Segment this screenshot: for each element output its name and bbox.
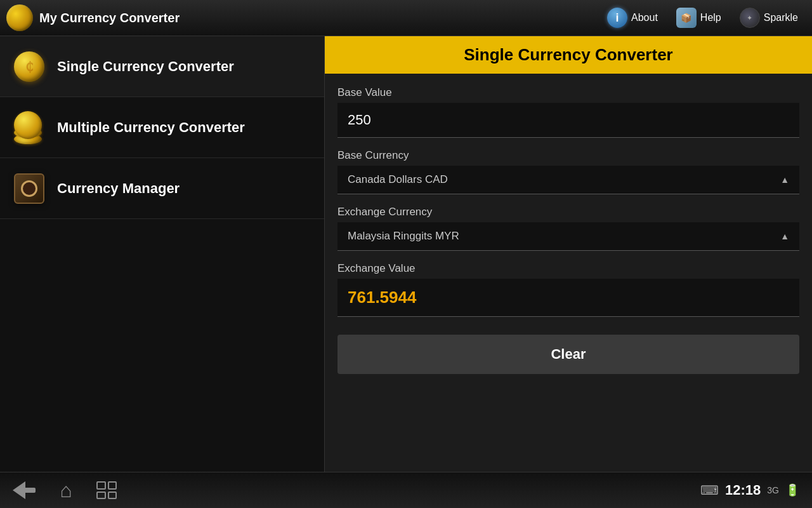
coins-stack-icon (13, 111, 46, 144)
content-header: Single Currency Converter (325, 36, 812, 74)
content-title: Single Currency Converter (464, 45, 672, 64)
time-display: 12:18 (725, 482, 761, 498)
safe-icon (14, 173, 44, 204)
clear-button[interactable]: Clear (337, 335, 799, 374)
app-icon (6, 4, 33, 31)
multiple-currency-icon (13, 111, 46, 144)
sidebar-item-single-label: Single Currency Converter (57, 58, 234, 75)
help-label: Help (700, 12, 721, 23)
home-icon (55, 479, 77, 502)
back-button[interactable] (13, 481, 36, 499)
status-right: ⌨ 12:18 3G 🔋 (700, 482, 799, 498)
single-currency-icon (13, 50, 46, 83)
exchange-currency-value: Malaysia Ringgits MYR (348, 230, 459, 243)
base-value-section: Base Value 250 (337, 86, 799, 142)
exchange-currency-section: Exchange Currency Malaysia Ringgits MYR … (337, 206, 799, 255)
base-currency-label: Base Currency (337, 149, 799, 162)
exchange-currency-arrow-icon: ▲ (780, 231, 789, 241)
exchange-currency-dropdown[interactable]: Malaysia Ringgits MYR ▲ (337, 222, 799, 251)
sidebar-item-multiple[interactable]: Multiple Currency Converter (0, 97, 324, 158)
recents-icon (96, 481, 117, 499)
recents-button[interactable] (96, 481, 117, 499)
base-value-label: Base Value (337, 86, 799, 99)
main-layout: Single Currency Converter Multiple Curre… (0, 36, 812, 472)
about-icon: i (607, 8, 627, 28)
sparkle-label: Sparkle (764, 12, 798, 23)
app-title: My Currency Converter (39, 11, 599, 25)
about-label: About (631, 12, 658, 23)
sidebar-item-single[interactable]: Single Currency Converter (0, 36, 324, 97)
content-panel: Single Currency Converter Base Value 250… (325, 36, 812, 472)
exchange-value-box: 761.5944 (337, 279, 799, 317)
battery-icon: 🔋 (785, 483, 799, 497)
base-currency-value: Canada Dollars CAD (348, 173, 448, 186)
home-button[interactable] (55, 479, 77, 502)
base-value: 250 (348, 112, 371, 128)
base-currency-arrow-icon: ▲ (780, 175, 789, 185)
exchange-value: 761.5944 (348, 288, 416, 307)
top-nav: i About 📦 Help ✦ Sparkle (599, 4, 806, 32)
sparkle-button[interactable]: ✦ Sparkle (732, 4, 806, 32)
sidebar-item-manager-label: Currency Manager (57, 180, 180, 197)
sidebar-item-manager[interactable]: Currency Manager (0, 158, 324, 219)
base-currency-dropdown[interactable]: Canada Dollars CAD ▲ (337, 166, 799, 194)
bottom-bar: ⌨ 12:18 3G 🔋 (0, 472, 812, 508)
base-currency-section: Base Currency Canada Dollars CAD ▲ (337, 149, 799, 198)
base-value-box[interactable]: 250 (337, 103, 799, 138)
back-arrow-icon (13, 481, 36, 499)
exchange-currency-label: Exchange Currency (337, 206, 799, 218)
about-button[interactable]: i About (599, 4, 665, 32)
exchange-value-section: Exchange Value 761.5944 (337, 262, 799, 321)
signal-icon: 3G (767, 485, 779, 495)
content-body: Base Value 250 Base Currency Canada Doll… (325, 74, 812, 472)
sidebar-item-multiple-label: Multiple Currency Converter (57, 119, 245, 136)
currency-manager-icon (13, 172, 46, 205)
coin-icon (14, 51, 44, 82)
sparkle-icon: ✦ (740, 8, 760, 28)
help-button[interactable]: 📦 Help (669, 4, 729, 32)
exchange-value-label: Exchange Value (337, 262, 799, 275)
help-icon: 📦 (676, 8, 697, 28)
keyboard-icon: ⌨ (700, 483, 719, 498)
sidebar: Single Currency Converter Multiple Curre… (0, 36, 325, 472)
nav-buttons (13, 479, 117, 502)
top-bar: My Currency Converter i About 📦 Help ✦ S… (0, 0, 812, 36)
